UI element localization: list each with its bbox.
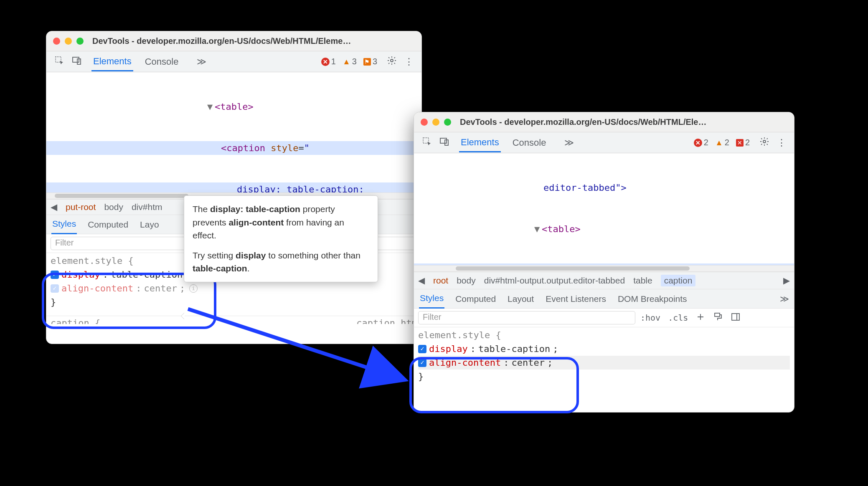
style-block-end: }: [51, 295, 417, 309]
status-errors[interactable]: ✕2: [694, 138, 708, 147]
status-icons: ✕1 ▲3 ⚑3: [321, 57, 377, 66]
dom-hscroll[interactable]: [414, 265, 794, 272]
subtab-styles[interactable]: Styles: [419, 289, 444, 309]
panel-toggle-icon[interactable]: [731, 312, 741, 324]
crumb-item[interactable]: body: [457, 276, 476, 286]
kebab-menu-icon[interactable]: ⋮: [401, 55, 417, 69]
gear-icon[interactable]: [383, 54, 401, 70]
info-icon[interactable]: i: [189, 284, 198, 293]
checkbox-icon[interactable]: ✓: [418, 345, 426, 353]
filter-input[interactable]: Filter: [418, 311, 635, 324]
more-tabs-icon[interactable]: ≫: [564, 137, 574, 148]
status-errors[interactable]: ✕1: [321, 57, 336, 66]
kebab-menu-icon[interactable]: ⋮: [773, 136, 790, 150]
minimize-icon[interactable]: [432, 119, 439, 126]
svg-rect-8: [715, 313, 720, 316]
inspect-icon[interactable]: [418, 135, 436, 151]
status-flags[interactable]: ✕2: [736, 138, 750, 147]
checkbox-icon[interactable]: ✓: [51, 284, 59, 293]
crumb-item[interactable]: div#htm: [132, 202, 162, 212]
style-selector: element.style {: [418, 328, 790, 342]
paint-icon[interactable]: [713, 312, 723, 324]
filter-row: Filter :hov .cls: [414, 309, 794, 327]
crumb-item[interactable]: table: [633, 276, 652, 286]
crumbs-scroll-right-icon[interactable]: ▶: [783, 276, 790, 286]
devtools-window-right: DevTools - developer.mozilla.org/en-US/d…: [414, 112, 794, 413]
subtab-dom-breakpoints[interactable]: DOM Breakpoints: [617, 290, 688, 308]
dom-tree[interactable]: editor-tabbed"> ▼<table> <caption style=…: [414, 153, 794, 265]
zoom-icon[interactable]: [444, 119, 451, 126]
breadcrumb[interactable]: ◀ root body div#html-output.output.edito…: [414, 272, 794, 289]
status-icons: ✕2 ▲2 ✕2: [694, 138, 750, 147]
status-warnings[interactable]: ▲3: [343, 57, 357, 66]
dom-tree[interactable]: ▼<<table>table> <caption style=" display…: [46, 72, 421, 192]
close-icon[interactable]: [421, 119, 428, 126]
crumbs-scroll-left-icon[interactable]: ◀: [418, 276, 425, 286]
new-rule-icon[interactable]: [695, 312, 706, 324]
devtools-window-left: DevTools - developer.mozilla.org/en-US/d…: [46, 31, 422, 344]
tab-console[interactable]: Console: [143, 52, 180, 71]
checkbox-icon[interactable]: ✓: [51, 271, 59, 279]
close-icon[interactable]: [53, 38, 60, 45]
more-tabs-icon[interactable]: ≫: [780, 294, 789, 304]
tab-elements[interactable]: Elements: [459, 133, 501, 152]
crumb-item[interactable]: body: [104, 202, 123, 212]
svg-rect-9: [732, 314, 739, 320]
devtools-toolbar: Elements Console ≫ ✕1 ▲3 ⚑3 ⋮: [46, 51, 421, 72]
titlebar[interactable]: DevTools - developer.mozilla.org/en-US/d…: [46, 31, 421, 51]
style-block-end: }: [418, 370, 790, 383]
traffic-lights: [53, 38, 84, 45]
device-toggle-icon[interactable]: [68, 54, 86, 70]
checkbox-icon[interactable]: ✓: [418, 359, 426, 367]
prop-display[interactable]: ✓ display: table-caption;: [418, 342, 790, 356]
more-tabs-icon[interactable]: ≫: [197, 56, 206, 67]
crumb-item[interactable]: root: [433, 276, 448, 286]
svg-point-3: [391, 59, 393, 62]
svg-point-7: [763, 140, 766, 143]
subtab-computed[interactable]: Computed: [454, 290, 497, 308]
prop-align-content[interactable]: ✓ align-content: center;: [418, 356, 790, 370]
tab-elements[interactable]: Elements: [91, 52, 133, 71]
subtab-layout[interactable]: Layo: [139, 215, 160, 234]
caption-rule-source[interactable]: caption.htm: [356, 318, 417, 322]
subtab-computed[interactable]: Computed: [87, 215, 129, 234]
window-title: DevTools - developer.mozilla.org/en-US/d…: [92, 36, 351, 46]
element-style-block[interactable]: element.style { ✓ display: table-caption…: [414, 327, 794, 387]
zoom-icon[interactable]: [76, 38, 84, 45]
prop-align-content[interactable]: ✓ align-content: center; i: [51, 281, 417, 295]
caption-rule-selector[interactable]: caption {: [51, 318, 100, 322]
panel-tabs: Elements Console ≫: [459, 133, 574, 152]
cls-button[interactable]: .cls: [668, 313, 688, 323]
crumb-item[interactable]: caption: [661, 275, 696, 286]
inspect-icon[interactable]: [51, 54, 68, 70]
titlebar[interactable]: DevTools - developer.mozilla.org/en-US/d…: [414, 112, 794, 132]
styles-sub-tabs: Styles Computed Layout Event Listeners D…: [414, 289, 794, 309]
status-warnings[interactable]: ▲2: [715, 138, 729, 147]
subtab-layout[interactable]: Layout: [507, 290, 535, 308]
svg-rect-5: [440, 138, 447, 143]
property-tooltip: The display: table-caption property prev…: [184, 195, 378, 282]
minimize-icon[interactable]: [65, 38, 72, 45]
device-toggle-icon[interactable]: [436, 135, 453, 151]
subtab-event-listeners[interactable]: Event Listeners: [545, 290, 607, 308]
crumb-item[interactable]: div#html-output.output.editor-tabbed: [484, 276, 625, 286]
panel-tabs: Elements Console ≫: [91, 52, 206, 71]
subtab-styles[interactable]: Styles: [51, 215, 77, 234]
crumb-item[interactable]: put-root: [66, 202, 96, 212]
tab-console[interactable]: Console: [511, 133, 548, 152]
svg-rect-1: [73, 57, 79, 62]
window-title: DevTools - developer.mozilla.org/en-US/d…: [460, 117, 706, 127]
devtools-toolbar: Elements Console ≫ ✕2 ▲2 ✕2 ⋮: [414, 132, 794, 153]
status-flags[interactable]: ⚑3: [363, 57, 377, 66]
gear-icon[interactable]: [756, 135, 773, 151]
crumbs-scroll-left-icon[interactable]: ◀: [51, 202, 57, 212]
hov-button[interactable]: :hov: [640, 313, 660, 323]
traffic-lights: [421, 119, 451, 126]
